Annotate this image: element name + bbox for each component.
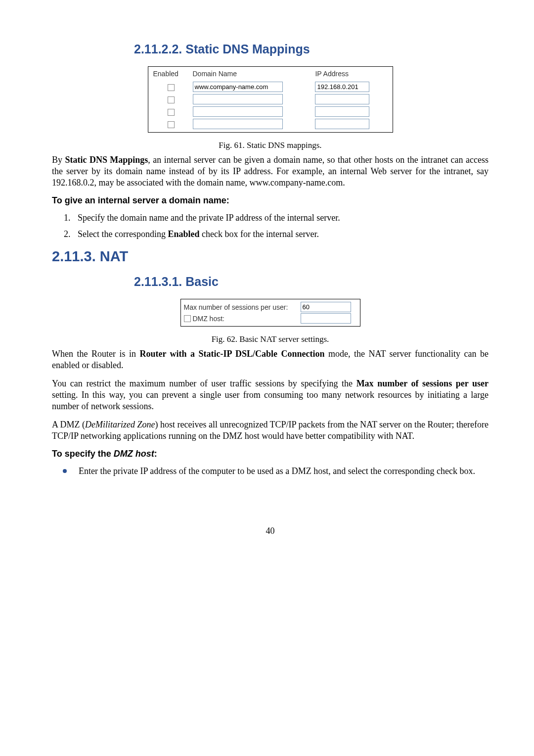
text-bold: Enabled [168, 229, 199, 239]
heading-wrap: 2.11.3.1. Basic [52, 275, 489, 289]
text-italic: DeMilitarized Zone [85, 420, 155, 429]
section-heading-nat: 2.11.3. NAT [52, 248, 489, 265]
table-row [151, 118, 390, 130]
list-item: Specify the domain name and the private … [73, 213, 489, 223]
list-item: Enter the private IP address of the comp… [63, 466, 489, 476]
enabled-checkbox[interactable] [168, 121, 175, 128]
dns-mapping-table: Enabled Domain Name IP Address [151, 69, 390, 130]
setting-row-dmz: DMZ host: [184, 313, 357, 324]
dmz-checkbox[interactable] [184, 315, 191, 322]
section-heading-static-dns: 2.11.2.2. Static DNS Mappings [134, 42, 489, 56]
screenshot-border: Max number of sessions per user: DMZ hos… [180, 299, 360, 327]
screenshot-border: Enabled Domain Name IP Address [148, 66, 393, 133]
paragraph-static-dns-desc: By Static DNS Mappings, an internal serv… [52, 154, 489, 189]
text: When the Router is in [52, 349, 139, 359]
figure-caption-61: Fig. 61. Static DNS mappings. [52, 141, 489, 150]
ip-input[interactable] [315, 82, 369, 92]
list-item: Select the corresponding Enabled check b… [73, 229, 489, 239]
text: setting. In this way, you can prevent a … [52, 390, 489, 411]
text: A DMZ ( [52, 420, 85, 429]
ip-input[interactable] [315, 119, 369, 129]
text: By [52, 155, 65, 165]
heading-wrap: 2.11.2.2. Static DNS Mappings [52, 42, 489, 56]
dmz-host-input[interactable] [301, 313, 351, 324]
text: check box for the internal server. [199, 229, 318, 239]
label-dmz-host: DMZ host: [184, 315, 296, 323]
bullet-list: Enter the private IP address of the comp… [52, 466, 489, 476]
table-row [151, 105, 390, 118]
text-bold: Static DNS Mappings [65, 155, 148, 165]
figure-caption-62: Fig. 62. Basic NAT server settings. [52, 334, 489, 344]
text: : [154, 449, 157, 459]
domain-input[interactable] [193, 94, 283, 104]
text: Select the corresponding [78, 229, 168, 239]
enabled-checkbox[interactable] [168, 84, 175, 91]
text: You can restrict the maximum number of u… [52, 378, 356, 388]
text-bold: Router with a Static-IP DSL/Cable Connec… [139, 349, 324, 359]
enabled-checkbox[interactable] [168, 96, 175, 103]
screenshot-static-dns-table: Enabled Domain Name IP Address [148, 66, 393, 133]
enabled-checkbox[interactable] [168, 109, 175, 116]
page-number: 40 [52, 526, 489, 536]
table-row [151, 93, 390, 105]
subheading-specify-dmz: To specify the DMZ host: [52, 449, 489, 459]
domain-input[interactable] [193, 119, 283, 129]
text-italic: DMZ host [114, 449, 154, 459]
table-header-row: Enabled Domain Name IP Address [151, 69, 390, 81]
setting-row-max-sessions: Max number of sessions per user: [184, 301, 357, 313]
domain-input[interactable] [193, 82, 283, 92]
screenshot-nat-basic: Max number of sessions per user: DMZ hos… [180, 299, 360, 327]
label-max-sessions: Max number of sessions per user: [184, 303, 296, 311]
paragraph-router-mode: When the Router is in Router with a Stat… [52, 348, 489, 371]
page: 2.11.2.2. Static DNS Mappings Enabled Do… [0, 0, 534, 536]
steps-list: Specify the domain name and the private … [52, 213, 489, 239]
max-sessions-input[interactable] [301, 302, 351, 312]
table-row [151, 81, 390, 93]
paragraph-max-sessions: You can restrict the maximum number of u… [52, 378, 489, 412]
section-heading-basic: 2.11.3.1. Basic [134, 275, 489, 289]
text: To specify the [52, 449, 114, 459]
col-domain: Domain Name [191, 69, 313, 81]
text: DMZ host: [191, 315, 224, 323]
ip-input[interactable] [315, 106, 369, 117]
domain-input[interactable] [193, 106, 283, 117]
subheading-give-domain-name: To give an internal server a domain name… [52, 195, 489, 206]
col-ip: IP Address [313, 69, 389, 81]
paragraph-dmz-desc: A DMZ (DeMilitarized Zone) host receives… [52, 419, 489, 442]
text-bold: Max number of sessions per user [356, 378, 489, 388]
col-enabled: Enabled [151, 69, 191, 81]
ip-input[interactable] [315, 94, 369, 104]
